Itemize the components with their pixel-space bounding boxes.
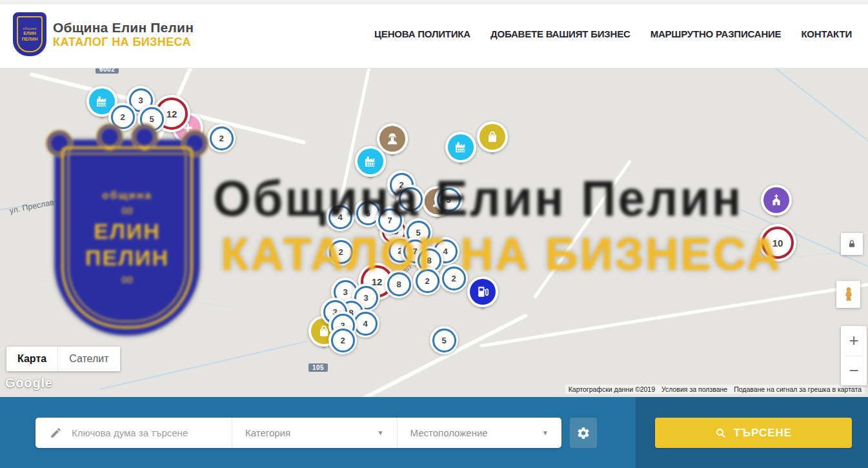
- report-error-link[interactable]: Подаване на сигнал за грешка в картата: [731, 385, 865, 394]
- municipality-crest-icon: община ЕЛИН ПЕЛИН: [14, 14, 45, 55]
- cluster-count: 3: [138, 96, 143, 105]
- pin-head: [355, 146, 386, 177]
- attribution-data: Картографски данни ©2019: [565, 385, 658, 394]
- watermark-title: Община Елин Пелин: [213, 170, 743, 227]
- nav-pricing[interactable]: ЦЕНОВА ПОЛИТИКА: [374, 28, 470, 39]
- map-cluster-marker[interactable]: 8: [385, 270, 413, 298]
- map-pin-fuel[interactable]: [467, 276, 498, 307]
- cluster-count: 2: [338, 247, 343, 257]
- cluster-count: 3: [363, 293, 368, 303]
- location-select[interactable]: Местоположение ▼: [398, 418, 562, 448]
- map-cluster-marker[interactable]: 2: [108, 103, 137, 131]
- cluster-count: 3: [343, 287, 347, 297]
- map-cluster-marker[interactable]: 2: [207, 124, 236, 152]
- watermark-ornament: ∞: [121, 272, 134, 286]
- map-stream: [718, 68, 868, 152]
- map-type-tabs: Карта Сателит: [6, 347, 120, 371]
- map-cluster-marker[interactable]: 5: [137, 105, 166, 133]
- crest-name-text: ЕЛИН ПЕЛИН: [22, 31, 38, 41]
- cluster-count: 2: [425, 276, 429, 286]
- map-cluster-marker[interactable]: 2: [328, 326, 357, 354]
- tab-satellite[interactable]: Сателит: [57, 347, 119, 371]
- nav-contacts[interactable]: КОНТАКТИ: [801, 28, 852, 39]
- map-canvas[interactable]: 6002 ул. Преслав бул. „Новосел 105 61372…: [0, 68, 868, 397]
- cluster-count: 12: [167, 108, 177, 119]
- site-title: Община Елин Пелин: [53, 20, 194, 36]
- map-cluster-marker[interactable]: 2: [439, 264, 468, 292]
- chevron-down-icon: ▼: [542, 429, 549, 436]
- cluster-count: 5: [149, 114, 154, 124]
- road-shield: 6002: [96, 68, 119, 74]
- map-cluster-marker[interactable]: 3: [396, 185, 425, 213]
- map-cluster-marker[interactable]: 2: [327, 238, 355, 266]
- map-cluster-marker[interactable]: 7: [376, 206, 404, 234]
- page: 6002 ул. Преслав бул. „Новосел 105 61372…: [0, 0, 868, 468]
- location-select-label: Местоположение: [410, 427, 488, 438]
- cluster-count: 2: [120, 112, 125, 122]
- search-panel: Категория ▼ Местоположение ▼ ТЪРСЕНЕ: [0, 397, 868, 468]
- map-cluster-marker[interactable]: 4: [326, 203, 354, 231]
- google-logo[interactable]: Google: [5, 376, 53, 391]
- tab-map[interactable]: Карта: [6, 347, 57, 371]
- cluster-count: 2: [340, 336, 345, 345]
- pin-head: [467, 276, 498, 307]
- pin-head: [477, 121, 508, 152]
- map-pin-factory[interactable]: [355, 146, 386, 177]
- cluster-count: 4: [338, 212, 342, 222]
- factory-icon: [448, 134, 474, 160]
- crest-top-text: община: [23, 26, 36, 30]
- pegman-icon: [841, 285, 856, 304]
- cluster-count: 3: [408, 194, 412, 204]
- cluster-count: 4: [443, 247, 447, 256]
- cluster-count: 2: [451, 274, 456, 283]
- pegman-button[interactable]: [836, 281, 860, 308]
- keyword-field-wrap: [35, 418, 232, 448]
- map-pin-church[interactable]: [761, 185, 792, 216]
- cluster-count: 7: [387, 216, 392, 225]
- map-pin-bag[interactable]: [477, 121, 508, 152]
- category-select-label: Категория: [245, 427, 290, 438]
- nav-route-schedule[interactable]: МАРШРУТНО РАЗПИСАНИЕ: [651, 28, 782, 39]
- filter-bar: Категория ▼ Местоположение ▼: [35, 418, 561, 448]
- nav-add-business[interactable]: ДОБАВЕТЕ ВАШИЯТ БИЗНЕС: [490, 28, 631, 39]
- category-select[interactable]: Категория ▼: [232, 418, 398, 448]
- search-button-label: ТЪРСЕНЕ: [734, 427, 792, 440]
- watermark-crest-name: ЕЛИН ПЕЛИН: [85, 218, 169, 271]
- cluster-count: 5: [416, 228, 420, 238]
- cluster-count: 5: [446, 195, 450, 205]
- search-button[interactable]: ТЪРСЕНЕ: [655, 418, 852, 448]
- watermark-ornament: ∞: [121, 203, 134, 217]
- road-shield: 105: [308, 363, 328, 372]
- zoom-out-button[interactable]: −: [841, 356, 867, 386]
- map-cluster-marker[interactable]: 10: [759, 224, 796, 261]
- pencil-icon: [50, 427, 62, 439]
- terms-link[interactable]: Условия за ползване: [658, 385, 731, 394]
- pin-head: [761, 185, 792, 216]
- map-parcel-line: [39, 280, 231, 308]
- map-cluster-marker[interactable]: 5: [434, 185, 463, 214]
- cluster-count: 4: [363, 319, 367, 329]
- map-attribution: Картографски данни ©2019 Условия за полз…: [565, 385, 865, 394]
- factory-icon: [358, 148, 383, 174]
- keyword-search-input[interactable]: [70, 427, 225, 439]
- zoom-in-button[interactable]: +: [841, 326, 867, 356]
- search-icon: [715, 427, 727, 439]
- watermark-crest: община ∞ ЕЛИН ПЕЛИН ∞: [55, 140, 199, 335]
- map-cluster-marker[interactable]: 5: [430, 326, 458, 354]
- bag-icon: [479, 124, 505, 150]
- map-pin-factory[interactable]: [445, 132, 476, 163]
- chevron-down-icon: ▼: [378, 429, 384, 436]
- map-road: [533, 159, 632, 299]
- church-icon: [763, 187, 789, 213]
- cluster-count: 2: [219, 134, 223, 143]
- map-parcel-line: [646, 250, 858, 273]
- advanced-settings-button[interactable]: [570, 418, 597, 448]
- zoom-control: + −: [841, 326, 867, 385]
- map-cluster-marker[interactable]: 2: [413, 267, 441, 295]
- lock-button[interactable]: [841, 233, 863, 255]
- fuel-icon: [470, 279, 496, 305]
- pin-head: [445, 132, 476, 163]
- site-logo[interactable]: община ЕЛИН ПЕЛИН Община Елин Пелин КАТА…: [14, 14, 194, 55]
- street-label: ул. Преслав: [8, 198, 55, 215]
- header: община ЕЛИН ПЕЛИН Община Елин Пелин КАТА…: [0, 0, 868, 68]
